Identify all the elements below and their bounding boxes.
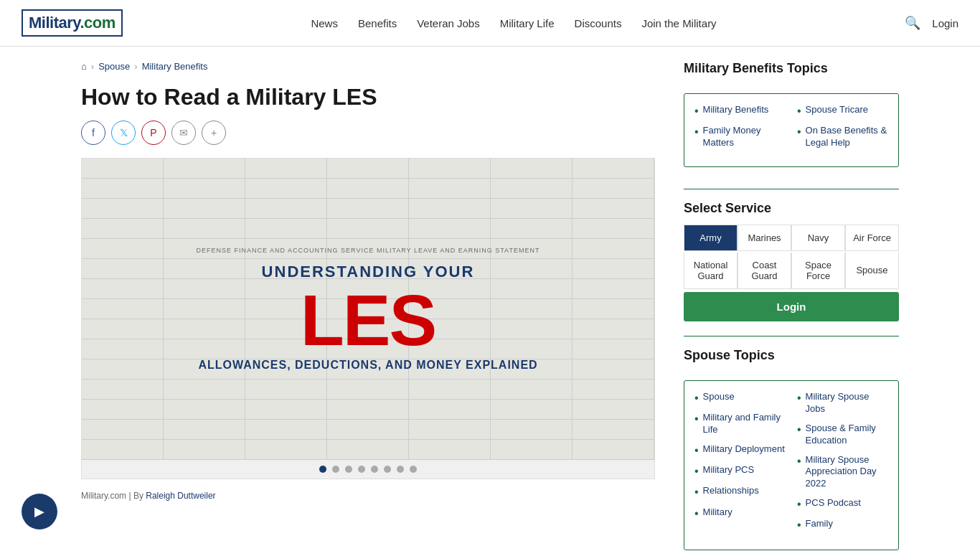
breadcrumb-military-benefits[interactable]: Military Benefits (142, 61, 208, 72)
play-icon: ▶ (34, 504, 44, 519)
article-content: ⌂ › Spouse › Military Benefits How to Re… (81, 61, 655, 551)
bullet-icon: • (694, 485, 699, 499)
carousel-dot-3[interactable] (345, 466, 352, 473)
topic-link-family-money[interactable]: Family Money Matters (703, 125, 786, 149)
article-author: Military.com | By Raleigh Duttweiler (81, 491, 655, 501)
benefits-topics-col1: • Military Benefits • Family Money Matte… (694, 104, 786, 156)
spouse-topics-grid: • Spouse • Military and Family Life • Mi… (684, 380, 899, 550)
nav-benefits[interactable]: Benefits (358, 17, 397, 29)
bullet-icon: • (694, 125, 699, 138)
login-button[interactable]: Login (932, 17, 958, 29)
bullet-icon: • (694, 391, 699, 405)
bullet-icon: • (694, 104, 699, 118)
spouse-link-relationships[interactable]: Relationships (703, 485, 759, 497)
carousel-dot-7[interactable] (397, 466, 404, 473)
share-twitter[interactable]: 𝕏 (111, 121, 136, 145)
spouse-topics-section: Spouse Topics • Spouse • Military and Fa… (684, 348, 899, 550)
author-prefix: Military.com | By (81, 491, 146, 501)
bullet-icon: • (797, 391, 801, 405)
spouse-item-jobs: • Military Spouse Jobs (797, 391, 888, 415)
service-btn-marines[interactable]: Marines (738, 225, 791, 250)
service-login-button[interactable]: Login (684, 292, 899, 321)
bullet-icon: • (694, 507, 699, 520)
benefits-topics-grid: • Military Benefits • Family Money Matte… (684, 93, 899, 167)
breadcrumb: ⌂ › Spouse › Military Benefits (81, 61, 655, 72)
bullet-icon: • (694, 412, 699, 425)
service-btn-coast-guard[interactable]: Coast Guard (738, 253, 791, 288)
service-btn-army[interactable]: Army (684, 225, 737, 250)
benefits-topics-col2: • Spouse Tricare • On Base Benefits & Le… (797, 104, 888, 156)
breadcrumb-home[interactable]: ⌂ (81, 61, 87, 72)
nav-news[interactable]: News (311, 17, 338, 29)
spouse-col2: • Military Spouse Jobs • Spouse & Family… (797, 391, 888, 540)
share-email[interactable]: ✉ (171, 121, 196, 145)
spouse-link-education[interactable]: Spouse & Family Education (806, 423, 888, 447)
home-icon: ⌂ (81, 61, 87, 72)
service-btn-national-guard[interactable]: National Guard (684, 253, 737, 288)
carousel-dot-1[interactable] (319, 466, 326, 473)
site-header: Military.com News Benefits Veteran Jobs … (0, 0, 980, 47)
les-main-word: LES (301, 284, 435, 356)
spouse-link-pcs[interactable]: Military PCS (703, 464, 755, 476)
topic-link-military-benefits[interactable]: Military Benefits (703, 104, 769, 116)
spouse-link-family[interactable]: Family (806, 518, 833, 530)
spouse-link-jobs[interactable]: Military Spouse Jobs (806, 391, 888, 415)
bullet-icon: • (797, 125, 801, 138)
nav-military-life[interactable]: Military Life (500, 17, 555, 29)
spouse-item-education: • Spouse & Family Education (797, 423, 888, 447)
bullet-icon: • (797, 454, 801, 468)
benefits-topics-section: Military Benefits Topics • Military Bene… (684, 61, 899, 167)
les-overlay: DEFENSE FINANCE AND ACCOUNTING SERVICE M… (82, 159, 654, 460)
nav-veteran-jobs[interactable]: Veteran Jobs (417, 17, 480, 29)
carousel-dots (82, 460, 654, 479)
spouse-link-family-life[interactable]: Military and Family Life (703, 412, 786, 436)
topic-link-on-base[interactable]: On Base Benefits & Legal Help (806, 125, 888, 149)
spouse-item-relationships: • Relationships (694, 485, 786, 499)
spouse-link-spouse[interactable]: Spouse (703, 391, 735, 403)
spouse-topics-title: Spouse Topics (684, 348, 899, 369)
spouse-link-appreciation[interactable]: Military Spouse Appreciation Day 2022 (806, 454, 888, 491)
audio-play-button[interactable]: ▶ (22, 494, 57, 529)
breadcrumb-spouse[interactable]: Spouse (98, 61, 130, 72)
select-service-section: Select Service Army Marines Navy Air For… (684, 189, 899, 321)
spouse-link-podcast[interactable]: PCS Podcast (806, 497, 861, 509)
sidebar: Military Benefits Topics • Military Bene… (684, 61, 899, 551)
spouse-link-deployment[interactable]: Military Deployment (703, 443, 785, 456)
breadcrumb-sep-1: › (91, 61, 94, 72)
logo[interactable]: Military.com (22, 9, 123, 37)
select-service-title: Select Service (684, 201, 899, 216)
divider-2 (684, 336, 899, 336)
carousel-dot-2[interactable] (332, 466, 339, 473)
service-btn-spouse[interactable]: Spouse (846, 253, 898, 288)
bullet-icon: • (797, 518, 801, 532)
share-pinterest[interactable]: P (141, 121, 166, 145)
bullet-icon: • (797, 423, 801, 436)
nav-discounts[interactable]: Discounts (575, 17, 622, 29)
article-image: DEFENSE FINANCE AND ACCOUNTING SERVICE M… (81, 158, 655, 479)
carousel-dot-8[interactable] (410, 466, 417, 473)
nav-join-military[interactable]: Join the Military (641, 17, 716, 29)
share-more[interactable]: + (202, 121, 226, 145)
topic-item-family-money: • Family Money Matters (694, 125, 786, 149)
article-title: How to Read a Military LES (81, 83, 655, 110)
service-btn-navy[interactable]: Navy (792, 225, 844, 250)
les-header-note: DEFENSE FINANCE AND ACCOUNTING SERVICE M… (197, 247, 540, 254)
author-link[interactable]: Raleigh Duttweiler (146, 491, 215, 501)
spouse-link-military[interactable]: Military (703, 507, 732, 519)
carousel-dot-6[interactable] (384, 466, 391, 473)
topic-item-spouse-tricare: • Spouse Tricare (797, 104, 888, 118)
service-btn-space-force[interactable]: Space Force (792, 253, 844, 288)
breadcrumb-sep-2: › (134, 61, 137, 72)
share-facebook[interactable]: f (81, 121, 105, 145)
social-share-bar: f 𝕏 P ✉ + (81, 121, 655, 145)
spouse-item-family-life: • Military and Family Life (694, 412, 786, 436)
carousel-dot-4[interactable] (358, 466, 365, 473)
search-button[interactable]: 🔍 (905, 15, 920, 31)
carousel-dot-5[interactable] (371, 466, 378, 473)
spouse-item-spouse: • Spouse (694, 391, 786, 405)
topic-link-spouse-tricare[interactable]: Spouse Tricare (806, 104, 868, 116)
spouse-item-podcast: • PCS Podcast (797, 497, 888, 511)
spouse-item-family: • Family (797, 518, 888, 532)
spouse-col1: • Spouse • Military and Family Life • Mi… (694, 391, 786, 540)
service-btn-air-force[interactable]: Air Force (846, 225, 898, 250)
